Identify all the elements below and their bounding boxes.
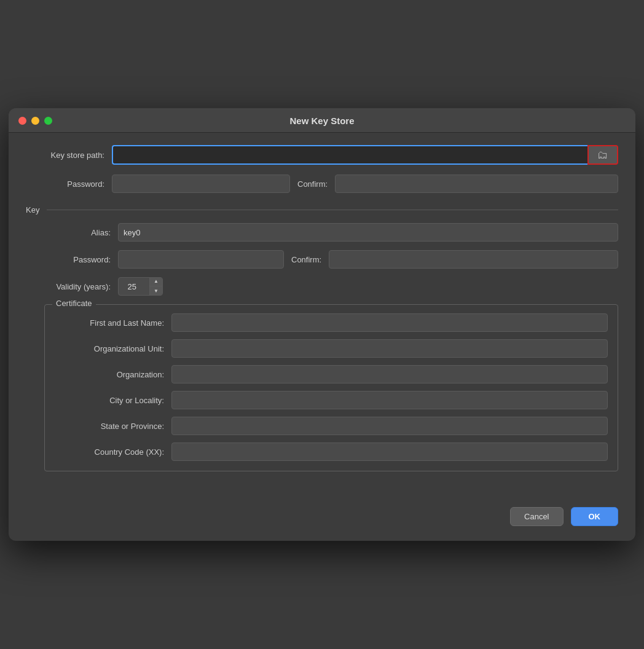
keystore-path-input-wrapper: 🗂 — [112, 145, 618, 165]
folder-icon: 🗂 — [597, 149, 608, 162]
alias-input[interactable] — [118, 223, 618, 242]
country-row: Country Code (XX): — [55, 442, 608, 461]
key-password-row: Password: Confirm: — [26, 250, 618, 269]
first-last-name-row: First and Last Name: — [55, 313, 608, 332]
cancel-button[interactable]: Cancel — [510, 507, 563, 526]
title-bar: New Key Store — [9, 108, 635, 133]
key-section: Key Alias: Password: Confirm: Validity (… — [26, 205, 618, 471]
password-row: Password: Confirm: — [26, 175, 618, 193]
keystore-path-input[interactable] — [112, 145, 587, 165]
keystore-path-row: Key store path: 🗂 — [26, 145, 618, 165]
alias-row: Alias: — [26, 223, 618, 242]
org-unit-input[interactable] — [171, 339, 608, 358]
first-last-name-input[interactable] — [171, 313, 608, 332]
city-row: City or Locality: — [55, 391, 608, 409]
alias-label: Alias: — [44, 228, 118, 237]
org-input[interactable] — [171, 365, 608, 384]
window-controls — [18, 117, 52, 125]
dialog-content: Key store path: 🗂 Password: Confirm: Key — [9, 133, 635, 501]
key-confirm-input[interactable] — [329, 250, 618, 269]
spinner-buttons: ▲ ▼ — [149, 277, 162, 296]
city-input[interactable] — [171, 391, 608, 409]
country-label: Country Code (XX): — [55, 447, 171, 457]
key-section-divider: Key — [26, 205, 618, 214]
validity-row: Validity (years): ▲ ▼ — [26, 277, 618, 296]
ok-button[interactable]: OK — [571, 507, 619, 526]
password-label: Password: — [26, 179, 112, 189]
spinner-down-button[interactable]: ▼ — [150, 286, 162, 296]
confirm-label: Confirm: — [290, 179, 335, 189]
org-unit-label: Organizational Unit: — [55, 344, 171, 353]
state-label: State or Province: — [55, 422, 171, 431]
state-row: State or Province: — [55, 417, 608, 435]
country-input[interactable] — [171, 442, 608, 461]
org-unit-row: Organizational Unit: — [55, 339, 608, 358]
org-row: Organization: — [55, 365, 608, 384]
dialog-footer: Cancel OK — [9, 501, 635, 541]
state-input[interactable] — [171, 417, 608, 435]
validity-label: Validity (years): — [44, 282, 118, 291]
keystore-path-label: Key store path: — [26, 151, 112, 160]
key-password-input[interactable] — [118, 250, 284, 269]
city-label: City or Locality: — [55, 396, 171, 405]
key-password-label: Password: — [44, 255, 118, 264]
validity-input[interactable] — [119, 280, 149, 294]
password-input[interactable] — [112, 175, 290, 193]
maximize-button[interactable] — [44, 117, 52, 125]
key-divider-line — [47, 210, 618, 210]
first-last-name-label: First and Last Name: — [55, 318, 171, 328]
new-key-store-dialog: New Key Store Key store path: 🗂 Password… — [9, 108, 635, 541]
key-confirm-label: Confirm: — [284, 255, 329, 264]
org-label: Organization: — [55, 370, 171, 379]
key-section-title: Key — [26, 205, 47, 214]
close-button[interactable] — [18, 117, 26, 125]
spinner-up-button[interactable]: ▲ — [150, 277, 162, 286]
validity-spinner: ▲ ▼ — [118, 277, 163, 296]
browse-button[interactable]: 🗂 — [587, 145, 618, 165]
certificate-legend: Certificate — [52, 299, 96, 308]
certificate-section: Certificate First and Last Name: Organiz… — [44, 304, 618, 471]
minimize-button[interactable] — [31, 117, 39, 125]
confirm-input[interactable] — [335, 175, 618, 193]
dialog-title: New Key Store — [289, 116, 354, 126]
